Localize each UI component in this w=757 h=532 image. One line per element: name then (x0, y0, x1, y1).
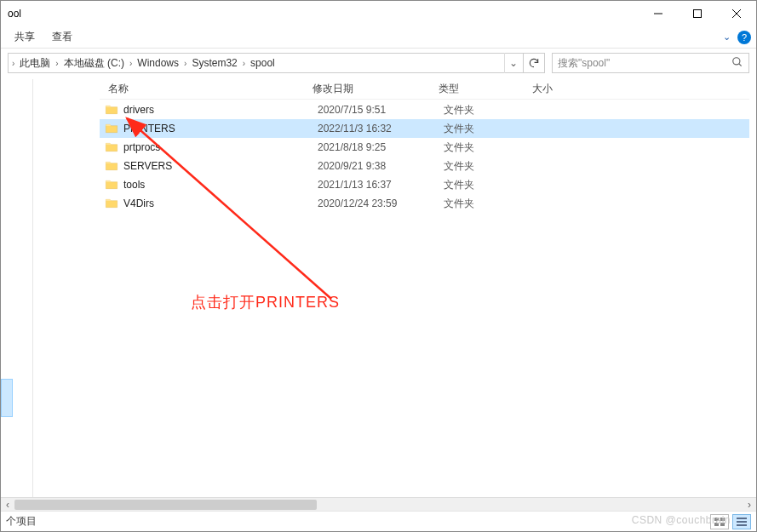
ribbon-expand-icon[interactable]: ⌄ (723, 31, 731, 43)
svg-line-5 (739, 63, 742, 66)
breadcrumb[interactable]: › 此电脑 › 本地磁盘 (C:) › Windows › System32 ›… (8, 53, 524, 73)
table-row[interactable]: SERVERS2020/9/21 9:38文件夹 (100, 157, 749, 175)
folder-icon (105, 122, 118, 135)
breadcrumb-seg-windows[interactable]: Windows (134, 57, 182, 69)
cell-date: 2020/7/15 9:51 (318, 104, 444, 116)
svg-point-4 (733, 57, 740, 64)
ribbon-tabs: 共享 查看 ⌄ ? (1, 26, 756, 49)
status-bar: 个项目 (1, 511, 756, 531)
cell-name: SERVERS (123, 160, 318, 172)
view-thumbnails-button[interactable] (710, 514, 729, 529)
help-icon[interactable]: ? (737, 31, 751, 44)
cell-name: drivers (123, 104, 318, 116)
view-details-button[interactable] (732, 514, 751, 529)
rows-container: drivers2020/7/15 9:51文件夹PRINTERS2022/11/… (100, 100, 749, 213)
chevron-right-icon[interactable]: › (10, 59, 16, 68)
svg-rect-11 (720, 523, 725, 526)
table-row[interactable]: drivers2020/7/15 9:51文件夹 (100, 100, 749, 119)
window-title: ool (8, 8, 21, 20)
cell-name: V4Dirs (123, 197, 318, 209)
cell-date: 2021/1/13 16:37 (318, 179, 444, 191)
chevron-right-icon[interactable]: › (182, 59, 188, 68)
scroll-right-icon[interactable]: › (743, 498, 756, 512)
svg-rect-10 (714, 523, 719, 526)
breadcrumb-seg-pc[interactable]: 此电脑 (16, 56, 54, 71)
folder-icon (105, 140, 118, 154)
scroll-left-icon[interactable]: ‹ (1, 498, 14, 512)
cell-date: 2020/12/24 23:59 (318, 197, 444, 209)
cell-date: 2022/11/3 16:32 (318, 123, 444, 134)
cell-type: 文件夹 (444, 197, 537, 211)
chevron-right-icon[interactable]: › (54, 59, 60, 68)
cell-date: 2021/8/18 9:25 (318, 141, 444, 153)
svg-rect-9 (720, 518, 725, 521)
cell-name: prtprocs (123, 141, 318, 153)
cell-type: 文件夹 (444, 178, 537, 192)
scrollbar-horizontal[interactable]: ‹ › (1, 497, 756, 511)
file-list-area: 名称 修改日期 类型 大小 drivers2020/7/15 9:51文件夹PR… (33, 79, 756, 511)
sidebar[interactable] (1, 79, 33, 511)
content-area: 名称 修改日期 类型 大小 drivers2020/7/15 9:51文件夹PR… (1, 79, 756, 511)
cell-name: tools (123, 179, 318, 191)
breadcrumb-seg-disk[interactable]: 本地磁盘 (C:) (60, 56, 128, 71)
window-controls (639, 1, 756, 26)
column-headers: 名称 修改日期 类型 大小 (100, 79, 749, 100)
annotation-text: 点击打开PRINTERS (191, 292, 340, 312)
view-mode-icons (710, 514, 751, 529)
svg-rect-1 (694, 10, 702, 18)
col-date[interactable]: 修改日期 (313, 82, 439, 96)
col-size[interactable]: 大小 (532, 82, 609, 96)
chevron-right-icon[interactable]: › (241, 59, 247, 68)
table-row[interactable]: tools2021/1/13 16:37文件夹 (100, 175, 749, 194)
folder-icon (105, 197, 118, 210)
table-row[interactable]: prtprocs2021/8/18 9:25文件夹 (100, 138, 749, 157)
breadcrumb-seg-system32[interactable]: System32 (188, 57, 240, 69)
cell-type: 文件夹 (444, 103, 537, 117)
search-box[interactable] (552, 53, 749, 73)
tab-view[interactable]: 查看 (43, 30, 81, 44)
search-input[interactable] (558, 57, 731, 69)
cell-name: PRINTERS (123, 123, 318, 134)
cell-type: 文件夹 (444, 159, 537, 174)
close-button[interactable] (717, 1, 756, 26)
address-dropdown-icon[interactable]: ⌄ (504, 53, 521, 73)
chevron-right-icon[interactable]: › (128, 59, 134, 68)
table-row[interactable]: PRINTERS2022/11/3 16:32文件夹 (100, 119, 749, 138)
scroll-thumb[interactable] (14, 500, 317, 510)
svg-rect-8 (714, 518, 719, 521)
table-row[interactable]: V4Dirs2020/12/24 23:59文件夹 (100, 194, 749, 213)
address-row: › 此电脑 › 本地磁盘 (C:) › Windows › System32 ›… (1, 49, 756, 77)
col-type[interactable]: 类型 (439, 82, 532, 96)
window-titlebar: ool (1, 1, 756, 26)
search-icon[interactable] (731, 56, 743, 71)
maximize-button[interactable] (678, 1, 717, 26)
cell-date: 2020/9/21 9:38 (318, 160, 444, 172)
sidebar-selection (1, 379, 13, 417)
status-text: 个项目 (6, 514, 37, 529)
cell-type: 文件夹 (444, 122, 537, 136)
folder-icon (105, 178, 118, 192)
minimize-button[interactable] (639, 1, 678, 26)
cell-type: 文件夹 (444, 140, 537, 155)
refresh-button[interactable] (523, 53, 545, 73)
folder-icon (105, 159, 118, 173)
col-name[interactable]: 名称 (100, 82, 313, 96)
tab-share[interactable]: 共享 (6, 30, 43, 44)
breadcrumb-seg-spool[interactable]: spool (247, 57, 278, 69)
folder-icon (105, 103, 118, 117)
